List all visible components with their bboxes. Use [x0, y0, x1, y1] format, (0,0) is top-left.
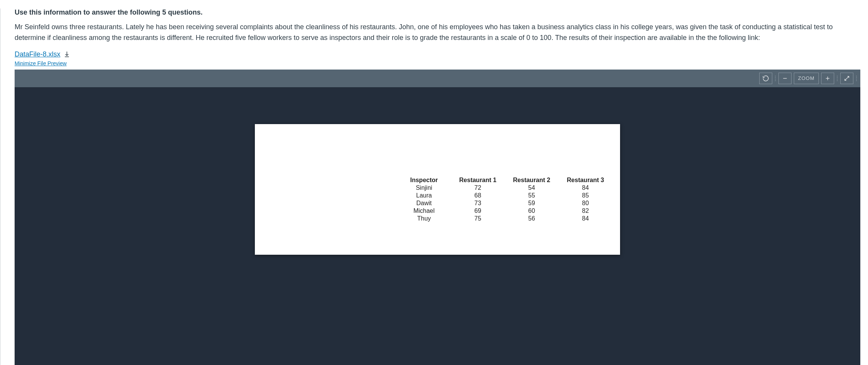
file-link-row: DataFile-8.xlsx: [15, 50, 868, 58]
table-row: Thuy 75 56 84: [397, 215, 612, 222]
cell-inspector: Michael: [397, 207, 451, 215]
fullscreen-button[interactable]: [840, 73, 853, 84]
cell-r1: 75: [451, 215, 505, 222]
question-page: Use this information to answer the follo…: [0, 8, 868, 365]
inspection-data-table: Inspector Restaurant 1 Restaurant 2 Rest…: [397, 176, 612, 222]
cell-inspector: Dawit: [397, 199, 451, 207]
download-icon[interactable]: [63, 51, 70, 58]
zoom-out-button[interactable]: [778, 73, 792, 84]
cell-r3: 84: [559, 215, 612, 222]
table-row: Sinjini 72 54 84: [397, 184, 612, 192]
cell-inspector: Sinjini: [397, 184, 451, 192]
zoom-in-button[interactable]: [821, 73, 834, 84]
cell-r2: 55: [505, 192, 559, 199]
col-header-restaurant-3: Restaurant 3: [559, 176, 612, 184]
cell-r3: 80: [559, 199, 612, 207]
viewer-body[interactable]: Inspector Restaurant 1 Restaurant 2 Rest…: [15, 87, 860, 365]
cell-inspector: Thuy: [397, 215, 451, 222]
toolbar-separator: [856, 73, 857, 83]
document-page: Inspector Restaurant 1 Restaurant 2 Rest…: [255, 124, 620, 255]
file-download-link[interactable]: DataFile-8.xlsx: [15, 50, 60, 58]
cell-r2: 60: [505, 207, 559, 215]
cell-r2: 54: [505, 184, 559, 192]
cell-r1: 73: [451, 199, 505, 207]
cell-r2: 59: [505, 199, 559, 207]
question-body-text: Mr Seinfeld owns three restaurants. Late…: [15, 22, 868, 43]
rotate-button[interactable]: [759, 73, 772, 84]
question-instruction-header: Use this information to answer the follo…: [15, 8, 868, 17]
col-header-restaurant-1: Restaurant 1: [451, 176, 505, 184]
toolbar-separator: [775, 73, 776, 83]
col-header-restaurant-2: Restaurant 2: [505, 176, 559, 184]
cell-r3: 84: [559, 184, 612, 192]
minimize-preview-link[interactable]: Minimize File Preview: [15, 60, 67, 66]
table-row: Laura 68 55 85: [397, 192, 612, 199]
col-header-inspector: Inspector: [397, 176, 451, 184]
cell-r3: 82: [559, 207, 612, 215]
table-body: Sinjini 72 54 84 Laura 68 55 85 Dawi: [397, 184, 612, 222]
cell-r1: 68: [451, 192, 505, 199]
table-row: Dawit 73 59 80: [397, 199, 612, 207]
table-row: Michael 69 60 82: [397, 207, 612, 215]
cell-inspector: Laura: [397, 192, 451, 199]
zoom-level-button[interactable]: ZOOM: [794, 73, 819, 84]
toolbar-separator: [836, 73, 838, 83]
cell-r3: 85: [559, 192, 612, 199]
file-preview-viewer: ZOOM: [15, 70, 860, 365]
viewer-toolbar: ZOOM: [15, 70, 860, 87]
cell-r2: 56: [505, 215, 559, 222]
table-header-row: Inspector Restaurant 1 Restaurant 2 Rest…: [397, 176, 612, 184]
cell-r1: 69: [451, 207, 505, 215]
cell-r1: 72: [451, 184, 505, 192]
